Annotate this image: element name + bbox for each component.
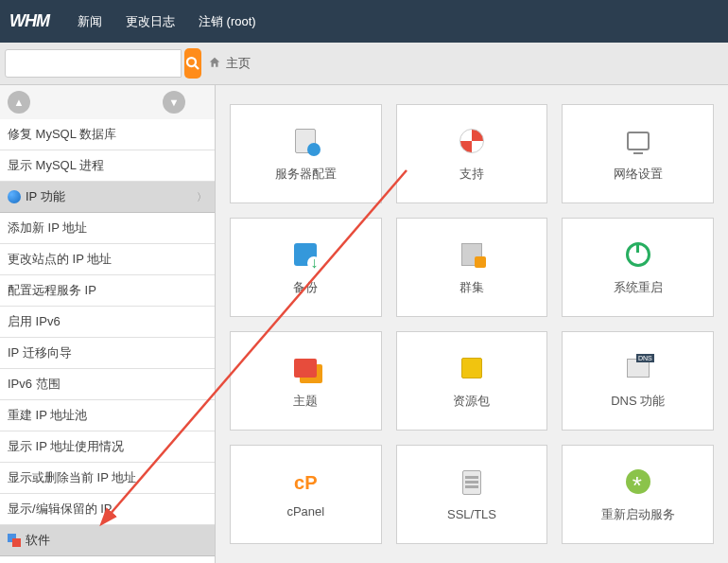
tile-server-config[interactable]: 服务器配置: [230, 104, 382, 203]
tile-backup[interactable]: 备份: [230, 218, 382, 317]
svg-point-0: [187, 58, 196, 66]
tile-packages[interactable]: 资源包: [396, 331, 548, 431]
tile-cluster-label: 群集: [459, 279, 484, 296]
sidebar-item-repair-mysql[interactable]: 修复 MySQL 数据库: [0, 119, 215, 150]
tile-support[interactable]: 支持: [396, 104, 548, 203]
package-icon: [457, 353, 487, 383]
globe-icon: [8, 190, 21, 203]
collapse-down-button[interactable]: ▼: [163, 91, 185, 114]
tile-network[interactable]: 网络设置: [562, 104, 714, 203]
sidebar-item-easyapache3[interactable]: EasyApache 3: [0, 556, 215, 563]
sidebar-item-rebuild-pool[interactable]: 重建 IP 地址池: [0, 400, 215, 431]
searchbar-row: 主页: [0, 43, 728, 85]
tile-dns-label: DNS 功能: [611, 393, 665, 410]
collapse-up-button[interactable]: ▲: [8, 91, 30, 114]
tile-backup-label: 备份: [293, 279, 318, 296]
cluster-icon: [457, 239, 487, 270]
tile-theme-label: 主题: [293, 393, 318, 410]
tile-support-label: 支持: [459, 166, 484, 183]
nav-news[interactable]: 新闻: [78, 13, 102, 30]
svg-line-1: [195, 65, 199, 69]
sidebar-section-ip[interactable]: IP 功能 〉: [0, 182, 215, 213]
tile-cluster[interactable]: 群集: [396, 218, 548, 317]
sidebar-item-remote-service-ip[interactable]: 配置远程服务 IP: [0, 275, 215, 307]
search-icon: [184, 55, 201, 72]
search-input[interactable]: [5, 49, 182, 78]
topbar: WHM 新闻 更改日志 注销 (root): [0, 0, 728, 43]
search-wrap: [0, 48, 199, 79]
tile-dns[interactable]: DNS 功能: [562, 331, 714, 431]
support-icon: [457, 126, 487, 156]
cpanel-icon: cP: [293, 470, 318, 495]
sidebar-section-ip-label: IP 功能: [26, 188, 65, 205]
backup-icon: [290, 239, 321, 270]
tile-ssl[interactable]: SSL/TLS: [396, 445, 548, 544]
sidebar-item-ipv6-range[interactable]: IPv6 范围: [0, 369, 215, 400]
top-navigation: 新闻 更改日志 注销 (root): [78, 13, 256, 30]
tile-server-config-label: 服务器配置: [275, 166, 337, 183]
tile-network-label: 网络设置: [614, 166, 663, 183]
restart-icon: [623, 466, 653, 497]
tile-grid: 服务器配置 支持 网络设置 备份 群集 系统重启: [230, 104, 714, 544]
collapse-row: ▲ ▼: [0, 85, 215, 119]
sidebar-section-software[interactable]: 软件: [0, 525, 215, 556]
breadcrumb: 主页: [208, 55, 251, 72]
sidebar-item-reserved-ip[interactable]: 显示/编辑保留的 IP: [0, 494, 215, 525]
network-icon: [623, 126, 653, 156]
power-icon: [623, 239, 653, 270]
tile-reboot[interactable]: 系统重启: [562, 218, 714, 317]
sidebar-item-change-site-ip[interactable]: 更改站点的 IP 地址: [0, 244, 215, 275]
tile-reboot-label: 系统重启: [614, 279, 663, 296]
sidebar-item-show-mysql[interactable]: 显示 MySQL 进程: [0, 150, 215, 182]
content-area: 服务器配置 支持 网络设置 备份 群集 系统重启: [216, 85, 728, 563]
tile-cpanel-label: cPanel: [286, 504, 324, 519]
nav-changelog[interactable]: 更改日志: [126, 13, 175, 30]
nav-logout[interactable]: 注销 (root): [199, 13, 256, 30]
dns-icon: [623, 353, 653, 383]
tile-restart[interactable]: 重新启动服务: [562, 445, 714, 544]
tile-cpanel[interactable]: cP cPanel: [230, 445, 382, 544]
tile-packages-label: 资源包: [453, 393, 490, 410]
tile-theme[interactable]: 主题: [230, 331, 382, 431]
home-icon[interactable]: [208, 56, 221, 72]
breadcrumb-home[interactable]: 主页: [226, 55, 251, 72]
sidebar-item-ip-usage[interactable]: 显示 IP 地址使用情况: [0, 431, 215, 463]
sidebar-item-ip-migration[interactable]: IP 迁移向导: [0, 338, 215, 369]
software-icon: [8, 534, 21, 547]
ssl-icon: [457, 467, 487, 498]
sidebar-section-software-label: 软件: [26, 532, 50, 549]
search-button[interactable]: [184, 48, 201, 79]
whm-logo: WHM: [9, 11, 49, 31]
tile-restart-label: 重新启动服务: [601, 506, 675, 523]
sidebar: ▲ ▼ 修复 MySQL 数据库 显示 MySQL 进程 IP 功能 〉 添加新…: [0, 85, 216, 563]
theme-icon: [290, 353, 321, 383]
main: ▲ ▼ 修复 MySQL 数据库 显示 MySQL 进程 IP 功能 〉 添加新…: [0, 85, 728, 563]
sidebar-item-show-delete-ip[interactable]: 显示或删除当前 IP 地址: [0, 463, 215, 494]
sidebar-item-enable-ipv6[interactable]: 启用 IPv6: [0, 307, 215, 338]
server-config-icon: [290, 126, 321, 156]
tile-ssl-label: SSL/TLS: [447, 507, 496, 521]
chevron-icon: 〉: [197, 190, 207, 204]
sidebar-item-add-ip[interactable]: 添加新 IP 地址: [0, 213, 215, 244]
